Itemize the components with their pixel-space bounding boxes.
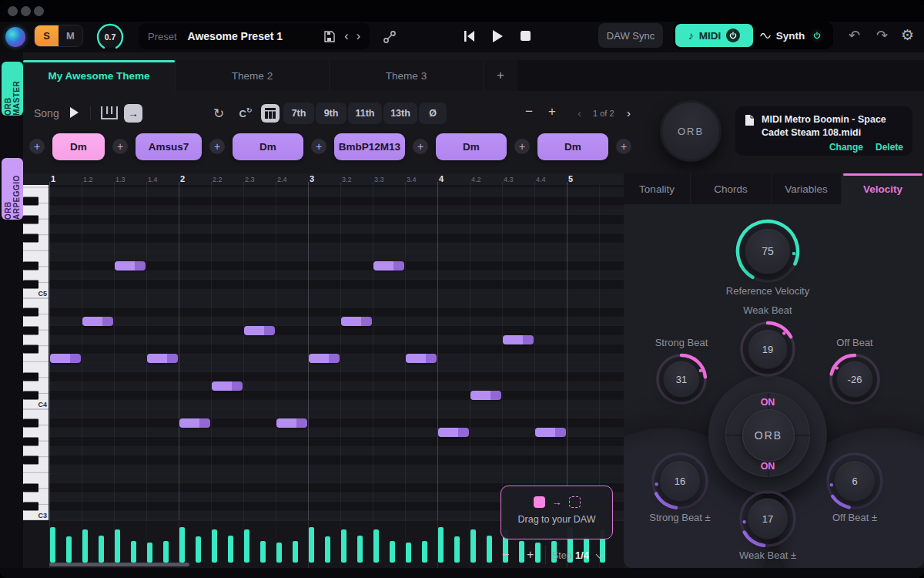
prev-preset-icon[interactable]: ‹	[344, 29, 348, 43]
midi-note[interactable]	[244, 326, 275, 335]
midi-note[interactable]	[212, 381, 243, 391]
strong-range-knob[interactable]: 16	[649, 450, 711, 512]
drag-to-daw-box[interactable]: → Drag to your DAW	[500, 486, 613, 539]
weak-knob[interactable]: 19	[738, 319, 798, 379]
velocity-bar[interactable]	[422, 541, 427, 563]
off-range-knob[interactable]: 6	[824, 450, 886, 512]
tab-chords[interactable]: Chords	[691, 173, 772, 204]
velocity-bar[interactable]	[309, 527, 314, 563]
velocity-bar[interactable]	[244, 529, 249, 563]
daw-sync-button[interactable]: DAW Sync	[598, 23, 663, 48]
settings-gear-icon[interactable]: ⚙	[901, 26, 914, 44]
velocity-bar[interactable]	[66, 536, 72, 563]
midi-note[interactable]	[438, 428, 469, 437]
midi-note[interactable]	[503, 335, 534, 344]
midi-note[interactable]	[406, 354, 437, 363]
add-chord-button[interactable]: +	[311, 139, 326, 154]
velocity-bar[interactable]	[115, 529, 120, 563]
velocity-bar[interactable]	[373, 529, 379, 563]
midi-file-change-link[interactable]: Change	[829, 142, 863, 153]
solo-button[interactable]: S	[35, 25, 59, 46]
chord-repeat-icon[interactable]: C↻	[236, 105, 255, 122]
save-preset-icon[interactable]	[323, 31, 335, 42]
tab-theme-3[interactable]: Theme 3	[330, 60, 484, 91]
minimize-window-button[interactable]	[21, 6, 31, 16]
midi-note[interactable]	[309, 354, 340, 363]
pager-prev-icon[interactable]: ‹	[578, 106, 581, 119]
midi-toggle-button[interactable]: ♪ MIDI	[675, 24, 753, 47]
piano-icon[interactable]	[101, 106, 118, 119]
regenerate-icon[interactable]: ↻	[213, 106, 224, 122]
velocity-bar[interactable]	[470, 529, 476, 563]
midi-note[interactable]	[115, 261, 146, 271]
zoom-in-button[interactable]: +	[548, 104, 556, 119]
extension-button-9th[interactable]: 9th	[316, 102, 346, 124]
midi-note[interactable]	[179, 418, 210, 428]
tab-tonality[interactable]: Tonality	[624, 173, 691, 204]
tab-variables[interactable]: Variables	[772, 173, 842, 204]
velocity-bar[interactable]	[438, 527, 444, 563]
midi-note[interactable]	[470, 391, 501, 400]
midi-file-delete-link[interactable]: Delete	[875, 142, 903, 153]
velocity-bar[interactable]	[99, 536, 104, 563]
add-chord-button[interactable]: +	[112, 139, 128, 154]
add-theme-tab-button[interactable]: +	[484, 60, 517, 91]
reference-knob[interactable]: 75	[734, 217, 802, 285]
midi-note[interactable]	[276, 418, 307, 428]
tab-velocity[interactable]: Velocity	[842, 173, 924, 204]
extension-button-13th[interactable]: 13th	[383, 102, 417, 124]
chord-chip-6[interactable]: Dm	[537, 133, 608, 160]
tab-theme-1[interactable]: My Awesome Theme	[23, 60, 176, 91]
extension-button-ø[interactable]: Ø	[419, 102, 447, 124]
velocity-bar[interactable]	[82, 529, 88, 563]
synth-power-icon[interactable]	[810, 29, 824, 42]
skip-start-button[interactable]	[464, 31, 476, 42]
timeline-ruler[interactable]: 11.21.31.422.22.32.433.23.33.444.24.34.4…	[23, 173, 624, 185]
synth-toggle-button[interactable]: Synth	[753, 24, 831, 47]
velocity-bar[interactable]	[147, 543, 152, 563]
add-chord-button[interactable]: +	[514, 139, 530, 154]
add-chord-button[interactable]: +	[29, 139, 45, 154]
zoom-window-button[interactable]	[34, 6, 44, 16]
export-arrow-button[interactable]: →	[124, 104, 142, 123]
velocity-bar[interactable]	[260, 541, 266, 563]
redo-icon[interactable]: ↷	[876, 27, 888, 44]
chord-chip-3[interactable]: Dm	[233, 133, 303, 160]
strong-knob[interactable]: 31	[654, 351, 709, 407]
velocity-bar[interactable]	[50, 527, 55, 563]
chord-chip-4[interactable]: BmbP12M13	[334, 133, 405, 160]
mute-button[interactable]: M	[59, 25, 82, 46]
midi-note[interactable]	[50, 354, 81, 363]
velocity-bar[interactable]	[519, 541, 524, 563]
chord-chip-2[interactable]: Amsus7	[136, 133, 202, 160]
add-chord-button[interactable]: +	[413, 139, 428, 154]
velocity-zoom-in-button[interactable]: +	[527, 548, 534, 562]
close-window-button[interactable]	[8, 6, 18, 16]
preset-bar[interactable]: Preset Awesome Preset 1 ‹ ›	[139, 23, 370, 49]
velocity-bar[interactable]	[487, 536, 492, 563]
horizontal-scrollbar[interactable]	[49, 563, 189, 566]
velocity-bar[interactable]	[293, 541, 298, 563]
play-button[interactable]	[492, 30, 503, 42]
add-chord-button[interactable]: +	[209, 139, 225, 154]
piano-roll-grid[interactable]	[49, 185, 624, 520]
velocity-bar[interactable]	[357, 536, 363, 563]
velocity-bar[interactable]	[454, 536, 460, 563]
link-icon[interactable]	[383, 30, 397, 44]
extension-button-11th[interactable]: 11th	[348, 102, 382, 124]
next-preset-icon[interactable]: ›	[357, 29, 360, 43]
step-value-dropdown[interactable]: 1/4	[575, 549, 589, 561]
midi-note[interactable]	[535, 428, 566, 437]
song-play-button[interactable]	[69, 107, 79, 118]
piano-keyboard[interactable]: C5C4C3	[23, 185, 49, 520]
orb-arpeggio-tab[interactable]: ORB ARPEGGIO	[2, 158, 23, 220]
velocity-bar[interactable]	[276, 543, 282, 563]
gain-knob[interactable]: 0.7	[95, 22, 125, 52]
orb-master-knob[interactable]: ORB	[660, 100, 721, 162]
velocity-bar[interactable]	[325, 536, 330, 563]
chord-chip-5[interactable]: Dm	[436, 133, 507, 160]
chord-chip-1[interactable]: Dm	[52, 133, 105, 160]
pager-next-icon[interactable]: ›	[627, 106, 631, 119]
velocity-zoom-out-button[interactable]: −	[502, 548, 509, 562]
midi-note[interactable]	[341, 317, 372, 326]
